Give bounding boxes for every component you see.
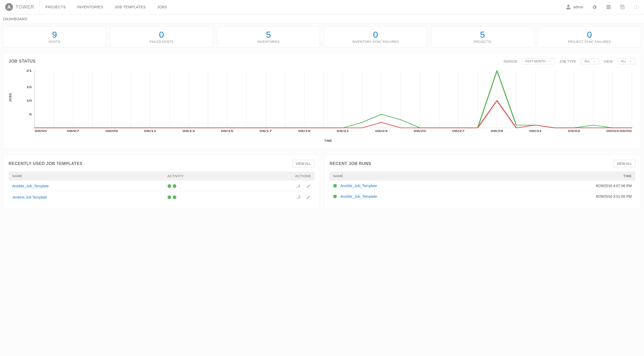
svg-text:08/13: 08/13	[183, 130, 195, 133]
svg-text:15: 15	[26, 85, 32, 89]
tile-inventory-sync-failures[interactable]: 0 INVENTORY SYNC FAILURES	[324, 27, 427, 48]
tile-value: 9	[5, 30, 104, 39]
nav-jobs[interactable]: JOBS	[151, 0, 173, 14]
view-all-runs-button[interactable]: VIEW ALL	[613, 160, 635, 167]
table-row: Ansible_Job_Template	[9, 181, 314, 192]
tile-label: HOSTS	[5, 40, 104, 44]
tile-inventories[interactable]: 5 INVENTORIES	[217, 27, 320, 48]
svg-text:08/29: 08/29	[491, 130, 503, 133]
tile-label: INVENTORIES	[219, 40, 318, 44]
current-user[interactable]: admin	[566, 4, 583, 10]
tile-value: 5	[219, 30, 318, 39]
tile-label: PROJECTS	[433, 40, 532, 44]
tile-value: 0	[326, 30, 425, 39]
stat-tiles: 9 HOSTS 0 FAILED HOSTS 5 INVENTORIES 0 I…	[0, 24, 644, 50]
breadcrumb: DASHBOARD	[0, 14, 644, 24]
view-label: VIEW	[604, 60, 613, 63]
table-row: Ansible_Job_Template8/29/2016 3:51:05 PM	[330, 191, 635, 202]
svg-text:08/07: 08/07	[67, 130, 79, 133]
chevron-down-icon	[548, 60, 551, 63]
recent-runs-panel: RECENT JOB RUNS VIEW ALL NAME TIME Ansib…	[324, 154, 641, 209]
template-link[interactable]: Ansible_Job_Template	[12, 184, 49, 188]
col-time: TIME	[530, 174, 632, 178]
success-dot-icon	[167, 195, 171, 199]
activity-dots	[167, 184, 251, 188]
jobtype-value: ALL	[584, 60, 590, 63]
job-status-chart: 510152108/0508/0708/0908/1108/1308/1508/…	[21, 68, 635, 136]
run-link[interactable]: Ansible_Job_Template	[340, 184, 377, 188]
pencil-icon[interactable]	[306, 195, 311, 200]
power-icon[interactable]	[634, 4, 639, 10]
top-nav: A TOWER PROJECTS INVENTORIES JOB TEMPLAT…	[0, 0, 644, 14]
template-link[interactable]: Jenkins Job Template	[12, 195, 47, 199]
status-dot-icon	[333, 184, 337, 188]
gear-icon[interactable]	[592, 4, 597, 10]
top-nav-right: admin	[566, 4, 644, 10]
panel-title: JOB STATUS	[9, 59, 36, 64]
job-status-chart-wrap: JOBS 510152108/0508/0708/0908/1108/1308/…	[9, 68, 635, 143]
rocket-icon[interactable]	[296, 184, 300, 188]
recent-templates-panel: RECENTLY USED JOB TEMPLATES VIEW ALL NAM…	[3, 154, 320, 209]
runs-list-header: NAME TIME	[330, 172, 635, 181]
pencil-icon[interactable]	[306, 184, 311, 188]
col-activity: ACTIVITY	[167, 174, 251, 178]
tile-projects[interactable]: 5 PROJECTS	[431, 27, 534, 48]
panel-title: RECENT JOB RUNS	[330, 161, 371, 166]
jobtype-label: JOB TYPE	[559, 60, 576, 63]
rocket-icon[interactable]	[296, 195, 300, 200]
templates-list-header: NAME ACTIVITY ACTIONS	[9, 172, 314, 181]
tile-label: INVENTORY SYNC FAILURES	[326, 40, 425, 44]
svg-text:09/05: 09/05	[619, 130, 632, 133]
success-dot-icon	[173, 195, 176, 199]
tile-value: 5	[433, 30, 532, 39]
period-label: PERIOD	[504, 60, 517, 63]
svg-text:08/27: 08/27	[452, 130, 465, 133]
brand[interactable]: A TOWER	[0, 0, 40, 14]
svg-text:08/17: 08/17	[260, 130, 272, 133]
svg-text:09/02: 09/02	[568, 130, 580, 133]
nav-projects[interactable]: PROJECTS	[40, 0, 72, 14]
tile-label: FAILED HOSTS	[112, 40, 211, 44]
svg-text:10: 10	[26, 99, 32, 102]
svg-text:21: 21	[26, 69, 32, 72]
primary-nav: PROJECTS INVENTORIES JOB TEMPLATES JOBS	[40, 0, 173, 14]
chevron-down-icon	[629, 60, 632, 63]
tile-value: 0	[540, 30, 639, 39]
svg-text:08/11: 08/11	[144, 130, 156, 133]
svg-text:08/23: 08/23	[375, 130, 388, 133]
status-dot-icon	[333, 195, 337, 198]
table-row: Ansible_Job_Template8/29/2016 4:07:06 PM	[330, 181, 635, 191]
svg-text:5: 5	[29, 113, 32, 116]
view-all-templates-button[interactable]: VIEW ALL	[292, 160, 314, 167]
brand-logo-icon: A	[5, 3, 13, 11]
tile-failed-hosts[interactable]: 0 FAILED HOSTS	[110, 27, 213, 48]
nav-inventories[interactable]: INVENTORIES	[71, 0, 109, 14]
svg-text:08/31: 08/31	[529, 130, 542, 133]
svg-text:08/21: 08/21	[337, 130, 349, 133]
chevron-down-icon	[593, 60, 596, 63]
brand-text: TOWER	[16, 4, 34, 10]
success-dot-icon	[173, 184, 176, 188]
svg-text:08/15: 08/15	[221, 130, 233, 133]
server-icon[interactable]	[606, 4, 611, 10]
col-name: NAME	[333, 174, 530, 178]
view-dropdown[interactable]: ALL	[618, 58, 635, 64]
svg-text:08/05: 08/05	[35, 130, 47, 133]
nav-job-templates[interactable]: JOB TEMPLATES	[109, 0, 152, 14]
svg-text:08/19: 08/19	[298, 130, 311, 133]
period-dropdown[interactable]: PAST MONTH	[522, 58, 555, 64]
svg-text:09/04: 09/04	[606, 130, 619, 133]
jobtype-dropdown[interactable]: ALL	[581, 58, 599, 64]
tile-hosts[interactable]: 9 HOSTS	[3, 27, 106, 48]
tile-label: PROJECT SYNC FAILURES	[540, 40, 639, 44]
run-link[interactable]: Ansible_Job_Template	[340, 194, 377, 199]
panel-title: RECENTLY USED JOB TEMPLATES	[9, 161, 82, 166]
activity-dots	[167, 195, 251, 199]
col-actions: ACTIONS	[251, 174, 311, 178]
svg-text:08/09: 08/09	[105, 130, 118, 133]
book-icon[interactable]	[620, 4, 625, 10]
tile-project-sync-failures[interactable]: 0 PROJECT SYNC FAILURES	[538, 27, 641, 48]
period-value: PAST MONTH	[525, 60, 546, 63]
run-time: 8/29/2016 3:51:05 PM	[530, 194, 632, 199]
col-name: NAME	[12, 174, 167, 178]
